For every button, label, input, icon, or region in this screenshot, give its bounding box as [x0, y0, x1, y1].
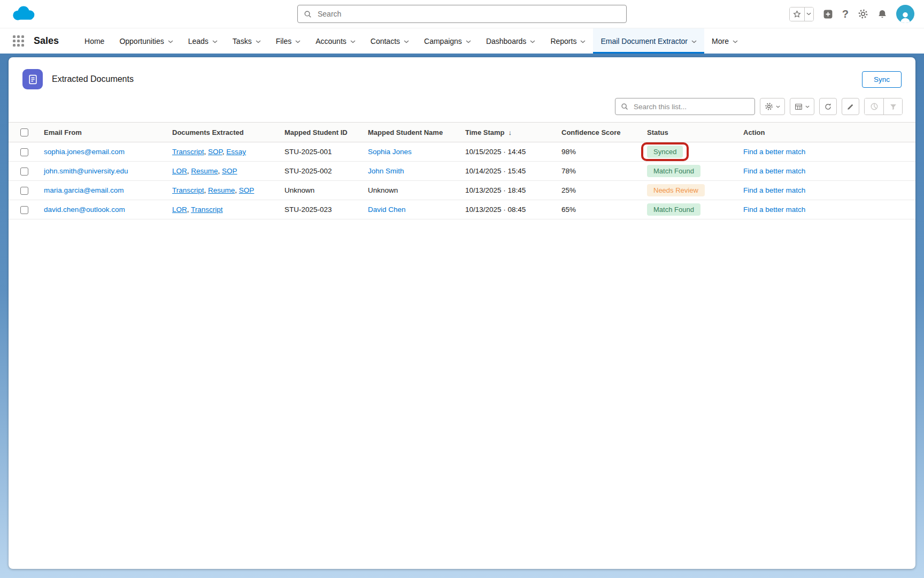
- column-header-mapped-student-id[interactable]: Mapped Student ID: [278, 123, 361, 142]
- nav-tab-label: Opportunities: [119, 37, 164, 45]
- table-row: david.chen@outlook.com LOR, Transcript S…: [9, 200, 915, 219]
- row-checkbox[interactable]: [20, 148, 28, 156]
- column-header-status[interactable]: Status: [641, 123, 737, 142]
- email-link[interactable]: david.chen@outlook.com: [44, 206, 125, 214]
- nav-tab-accounts[interactable]: Accounts: [308, 28, 363, 54]
- confidence-score: 98%: [561, 148, 576, 156]
- favorites-star-icon[interactable]: [790, 7, 804, 21]
- nav-tab-dashboards[interactable]: Dashboards: [479, 28, 543, 54]
- find-better-match-link[interactable]: Find a better match: [743, 148, 805, 156]
- display-as-button[interactable]: [790, 98, 814, 115]
- chevron-down-icon: [256, 40, 261, 43]
- quick-add-button[interactable]: [823, 9, 833, 19]
- row-checkbox[interactable]: [20, 206, 28, 214]
- chevron-down-icon: [805, 105, 810, 108]
- table-row: john.smith@university.edu LOR, Resume, S…: [9, 162, 915, 181]
- documents-cell: LOR, Resume, SOP: [166, 162, 278, 181]
- nav-tab-leads[interactable]: Leads: [181, 28, 225, 54]
- select-all-checkbox[interactable]: [20, 128, 28, 136]
- nav-tab-label: Reports: [550, 37, 576, 45]
- documents-cell: LOR, Transcript: [166, 200, 278, 219]
- nav-tab-home[interactable]: Home: [77, 28, 112, 54]
- chevron-down-icon: [212, 40, 218, 43]
- nav-tab-tasks[interactable]: Tasks: [225, 28, 268, 54]
- nav-tab-email-document-extractor[interactable]: Email Document Extractor: [593, 28, 704, 54]
- global-search-input[interactable]: [317, 9, 620, 19]
- status-badge: Needs Review: [647, 184, 705, 196]
- find-better-match-link[interactable]: Find a better match: [743, 186, 805, 194]
- nav-tab-files[interactable]: Files: [268, 28, 309, 54]
- email-link[interactable]: john.smith@university.edu: [44, 167, 128, 175]
- notifications-button[interactable]: [877, 9, 887, 19]
- nav-tab-label: Accounts: [315, 37, 346, 45]
- find-better-match-link[interactable]: Find a better match: [743, 206, 805, 214]
- nav-tab-reports[interactable]: Reports: [543, 28, 593, 54]
- chevron-down-icon: [530, 40, 535, 43]
- column-header-email-from[interactable]: Email From: [37, 123, 166, 142]
- nav-tab-opportunities[interactable]: Opportunities: [112, 28, 180, 54]
- refresh-button[interactable]: [819, 98, 837, 115]
- chevron-down-icon: [580, 40, 586, 43]
- nav-tab-label: Leads: [188, 37, 209, 45]
- nav-tab-contacts[interactable]: Contacts: [363, 28, 417, 54]
- status-badge: Match Found: [647, 165, 700, 177]
- document-link[interactable]: Essay: [226, 148, 246, 156]
- document-link[interactable]: SOP: [208, 148, 222, 156]
- column-header-confidence-score[interactable]: Confidence Score: [555, 123, 641, 142]
- nav-tab-label: Home: [84, 37, 104, 45]
- help-icon: ?: [842, 8, 849, 20]
- column-header-documents-extracted[interactable]: Documents Extracted: [166, 123, 278, 142]
- table-header-row: Email From Documents Extracted Mapped St…: [9, 123, 915, 142]
- sync-button[interactable]: Sync: [862, 71, 902, 88]
- document-link[interactable]: SOP: [239, 186, 255, 194]
- list-search-input[interactable]: [633, 102, 749, 111]
- inline-edit-button[interactable]: [842, 98, 859, 115]
- document-link[interactable]: SOP: [222, 167, 237, 175]
- nav-tab-more[interactable]: More: [704, 28, 745, 54]
- user-avatar[interactable]: [896, 5, 914, 23]
- student-name-link[interactable]: John Smith: [368, 167, 404, 175]
- document-entity-icon: [22, 69, 43, 89]
- setup-button[interactable]: [858, 9, 868, 19]
- timestamp: 10/13/2025 · 08:45: [465, 206, 526, 214]
- find-better-match-link[interactable]: Find a better match: [743, 167, 805, 175]
- document-link[interactable]: Transcript: [191, 206, 223, 214]
- filters-button[interactable]: [883, 98, 902, 115]
- document-link[interactable]: Resume: [191, 167, 218, 175]
- confidence-score: 65%: [561, 206, 576, 214]
- list-view-controls-button[interactable]: [760, 98, 785, 115]
- chevron-down-icon: [295, 40, 301, 43]
- search-icon: [304, 10, 312, 18]
- app-launcher-icon[interactable]: [13, 35, 24, 47]
- refresh-icon: [824, 103, 832, 111]
- chevron-down-icon: [350, 40, 356, 43]
- document-link[interactable]: Transcript: [172, 186, 204, 194]
- favorites-control: [789, 7, 814, 21]
- document-link[interactable]: Resume: [208, 186, 235, 194]
- student-name: Unknown: [368, 186, 398, 194]
- nav-tab-label: Files: [276, 37, 292, 45]
- row-checkbox[interactable]: [20, 187, 28, 195]
- column-header-time-stamp[interactable]: Time Stamp↓: [459, 123, 555, 142]
- chevron-down-icon: [404, 40, 409, 43]
- document-link[interactable]: LOR: [172, 206, 187, 214]
- app-name: Sales: [34, 35, 59, 47]
- help-button[interactable]: ?: [842, 8, 849, 20]
- student-name-link[interactable]: David Chen: [368, 206, 406, 214]
- nav-tab-campaigns[interactable]: Campaigns: [417, 28, 479, 54]
- favorites-dropdown-icon[interactable]: [804, 7, 813, 21]
- bell-icon: [877, 9, 887, 19]
- row-checkbox[interactable]: [20, 168, 28, 176]
- document-link[interactable]: LOR: [172, 167, 187, 175]
- document-link[interactable]: Transcript: [172, 148, 204, 156]
- column-header-mapped-student-name[interactable]: Mapped Student Name: [361, 123, 459, 142]
- charts-button[interactable]: [865, 98, 883, 115]
- student-name-link[interactable]: Sophia Jones: [368, 148, 412, 156]
- chevron-down-icon: [466, 40, 471, 43]
- column-header-action[interactable]: Action: [737, 123, 915, 142]
- global-search: [297, 5, 627, 23]
- email-link[interactable]: maria.garcia@email.com: [44, 186, 124, 194]
- add-icon: [823, 9, 833, 19]
- page-title: Extracted Documents: [52, 74, 134, 84]
- email-link[interactable]: sophia.jones@email.com: [44, 148, 125, 156]
